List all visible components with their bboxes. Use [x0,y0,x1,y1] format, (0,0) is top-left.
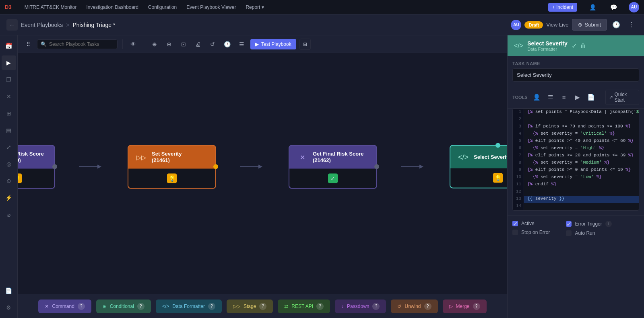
line-content-1: {% set points = PlaybookData | jsonpath(… [524,109,639,116]
sidebar-icon-settings[interactable]: ⚙ [2,300,16,315]
active-checkbox[interactable]: ✓ [512,221,518,226]
svg-marker-1 [97,165,101,169]
tool-list-icon[interactable]: ☰ [546,92,555,102]
user-avatar[interactable]: AU [629,2,639,12]
task-stage[interactable]: ▷▷ Stage ? [227,300,273,313]
arrow-1-2 [79,163,103,171]
more-button[interactable]: ⋮ [625,19,638,31]
error-trigger-checkbox[interactable]: ✓ [566,221,572,227]
task-passdown[interactable]: ↓ Passdown ? [335,300,386,313]
sidebar-icon-fingerprint[interactable]: ⌀ [2,207,16,222]
stop-on-error-checkbox[interactable] [512,230,518,235]
node4-connector-top[interactable] [495,143,500,148]
sidebar-icon-lightning[interactable]: ⚡ [2,191,16,205]
active-checkbox-row: ✓ Active [512,221,550,226]
tool-align-icon[interactable]: ≡ [559,92,568,102]
panel-title: Select Severity [527,40,568,47]
node2-badge: 💡 [167,174,177,183]
task-rest-api[interactable]: ⇄ REST API ? [278,300,330,313]
nav-configuration[interactable]: Configuration [148,4,177,10]
node-component-risk-score[interactable]: ▷▷ ment Risk Score(21460) 💡 [18,145,55,189]
line-num-3: 3 [513,123,524,131]
panel-delete-btn[interactable]: 🗑 [580,42,586,50]
line-content-9: {% elif points >= 0 and points <= 19 %} [524,167,639,174]
nav-investigation[interactable]: Investigation Dashboard [86,4,138,10]
passdown-icon: ↓ [341,304,344,309]
node3-icon: ✕ [296,151,309,164]
view-live-button[interactable]: View Live [546,22,568,28]
formatter-help-icon[interactable]: ? [208,303,215,310]
sidebar-icon-target[interactable]: ⊙ [2,174,16,188]
svg-marker-3 [258,165,262,169]
history-button[interactable]: 🕐 [610,19,622,31]
node2-connector-right[interactable] [213,164,218,169]
sidebar-icon-radio[interactable]: ◎ [2,157,16,171]
auto-run-checkbox[interactable] [566,230,572,236]
sidebar-icon-share[interactable]: ⤢ [2,140,16,154]
passdown-help-icon[interactable]: ? [372,303,380,310]
arrow-3-4 [401,163,425,171]
conditional-help-icon[interactable]: ? [137,303,144,310]
sidebar-icon-calendar[interactable]: 📅 [2,39,16,53]
task-name-input[interactable] [512,68,639,82]
submit-button[interactable]: ⊕ Submit [572,19,607,31]
task-data-formatter[interactable]: </> Data Formatter ? [156,300,222,313]
canvas-area: ⠿ 🔍 👁 ⊕ ⊖ ⊡ 🖨 ↺ 🕐 ☰ ▶ Test Playbook ⊟ [18,35,507,318]
nav-mitre[interactable]: MITRE ATT&CK Monitor [25,4,77,10]
line-num-7: 7 [513,152,524,160]
node4-title: Select Severity (21463) [474,154,507,161]
sidebar-icon-wrench[interactable]: ✕ [2,89,16,104]
unwind-icon: ↺ [397,304,401,309]
stop-on-error-row: Stop on Error [512,230,550,235]
sidebar-icon-database[interactable]: ▤ [2,123,16,137]
sidebar-icon-play[interactable]: ▶ [2,55,16,70]
quick-start-button[interactable]: ↗ Quick Start [605,90,640,105]
command-help-icon[interactable]: ? [78,303,85,310]
user-avatar-sm[interactable]: AU [511,20,521,30]
node-get-final-risk[interactable]: ✕ Get Final Risk Score(21462) ✓ [289,145,377,189]
line-num-2: 2 [513,116,524,123]
node1-badge: 💡 [18,174,22,183]
code-line-2: 2 [513,116,639,123]
node-set-severity[interactable]: ▷▷ Set Severity(21461) 💡 [128,145,216,189]
incident-button[interactable]: + Incident [548,3,577,12]
flow-canvas[interactable]: ▷▷ ment Risk Score(21460) 💡 [18,35,507,294]
chat-icon[interactable]: 💬 [608,2,619,13]
code-line-1: 1 {% set points = PlaybookData | jsonpat… [513,109,639,116]
task-conditional[interactable]: ⊞ Conditional ? [96,300,151,313]
unwind-help-icon[interactable]: ? [424,303,431,310]
error-trigger-info[interactable]: i [605,221,612,227]
profile-icon[interactable]: 👤 [587,2,598,13]
stage-help-icon[interactable]: ? [259,303,266,310]
nav-report[interactable]: Report ▾ [246,4,264,10]
panel-check-btn[interactable]: ✓ [572,42,577,50]
breadcrumb-event-playbooks[interactable]: Event Playbooks [21,22,63,28]
arrow-svg-2-3 [240,163,264,171]
conditional-label: Conditional [110,304,134,309]
nav-event-playbook-viewer[interactable]: Event Playbook Viewer [186,4,236,10]
code-line-7: 7 {% elif points >= 20 and points <= 39 … [513,152,639,160]
node3-connector-right[interactable] [374,164,379,169]
merge-help-icon[interactable]: ? [473,303,480,310]
task-command[interactable]: ✕ Command ? [38,300,91,313]
node-select-severity[interactable]: </> Select Severity (21463) 💡 [450,145,507,189]
code-editor[interactable]: 1 {% set points = PlaybookData | jsonpat… [512,109,639,211]
node3-body: ✓ [289,169,376,188]
tool-doc-icon[interactable]: 📄 [587,92,596,102]
back-button[interactable]: ← [6,19,18,31]
task-merge[interactable]: ▷ Merge ? [443,300,487,313]
node1-connector-right[interactable] [52,164,57,169]
rest-help-icon[interactable]: ? [316,303,324,310]
tool-play-icon[interactable]: ▶ [573,92,582,102]
submit-label: Submit [585,22,601,28]
top-nav: D3 MITRE ATT&CK Monitor Investigation Da… [0,0,644,14]
code-line-8: 8 {% set severity = 'Medium' %} [513,160,639,167]
task-name-section: Task Name [512,61,639,82]
line-content-13: {{ severity }} [524,196,639,203]
sidebar-icon-document[interactable]: 📄 [2,283,16,298]
sidebar-icon-layout[interactable]: ⊞ [2,106,16,121]
tool-person-icon[interactable]: 👤 [533,92,541,102]
task-unwind[interactable]: ↺ Unwind ? [391,300,438,313]
sidebar-icon-puzzle[interactable]: ❐ [2,72,16,87]
svg-marker-5 [419,165,423,169]
